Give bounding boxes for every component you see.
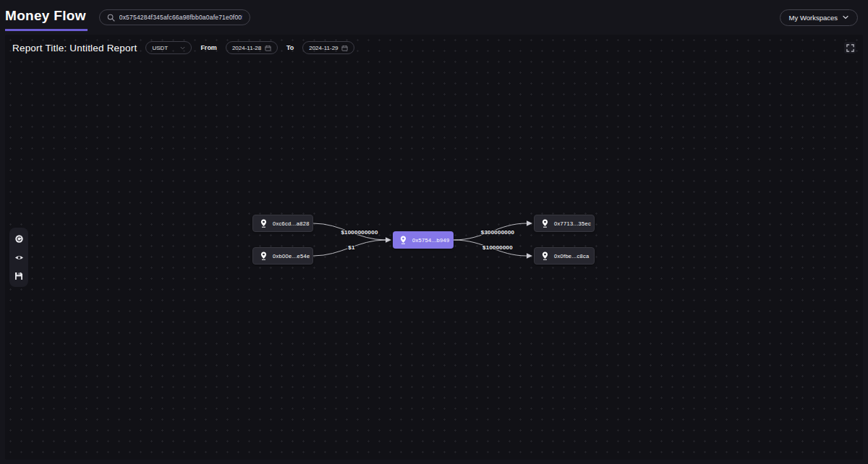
app-title: Money Flow	[5, 8, 88, 31]
to-label: To	[286, 44, 294, 51]
search-icon	[107, 14, 115, 22]
my-workspaces-button[interactable]: My Workspaces	[780, 9, 858, 26]
edge-amount-label: $10000000	[482, 244, 513, 251]
canvas-tools-panel	[9, 228, 28, 287]
visibility-button[interactable]	[14, 252, 24, 262]
report-title: Report Title: Untitled Report	[12, 43, 137, 53]
edge-source-top	[313, 223, 386, 240]
from-date-value: 2024-11-28	[232, 45, 261, 51]
address-node-label: 0x7713...35ec	[554, 220, 591, 227]
location-pin-icon	[541, 252, 549, 260]
graph-toolbar: Report Title: Untitled Report USDT From …	[12, 41, 354, 54]
chevron-down-icon	[843, 15, 848, 20]
search-input[interactable]	[119, 14, 242, 21]
reset-view-button[interactable]	[14, 233, 24, 244]
graph-canvas[interactable]: Report Title: Untitled Report USDT From …	[5, 35, 863, 460]
location-pin-icon	[399, 236, 407, 244]
address-node-label: 0x0fbe...c8ca	[554, 253, 590, 259]
refresh-icon	[14, 234, 24, 244]
edge-amount-label: $1000000000	[341, 229, 378, 236]
edge-target-bottom	[454, 240, 527, 256]
save-button[interactable]	[14, 271, 24, 281]
location-pin-icon	[260, 252, 268, 260]
address-node-label: 0x5754...b949	[412, 237, 449, 244]
currency-select[interactable]: USDT	[145, 41, 192, 54]
address-node-target-top[interactable]: 0x7713...35ec	[534, 215, 595, 232]
address-node-label: 0xb00e...e54e	[273, 253, 310, 259]
my-workspaces-label: My Workspaces	[789, 14, 838, 22]
save-icon	[14, 272, 23, 280]
to-date-value: 2024-11-29	[309, 45, 338, 51]
address-node-target-bottom[interactable]: 0x0fbe...c8ca	[534, 247, 595, 265]
calendar-icon	[265, 45, 271, 51]
arrowhead-icon	[386, 237, 391, 243]
edge-source-bottom	[313, 240, 386, 256]
chevron-down-icon	[180, 46, 185, 50]
location-pin-icon	[541, 219, 549, 228]
eye-icon	[14, 253, 24, 262]
edge-amount-label: $1	[348, 244, 355, 251]
address-node-source-top[interactable]: 0xc6cd...a828	[252, 215, 313, 232]
currency-value: USDT	[152, 45, 168, 51]
arrowhead-icon	[527, 253, 532, 259]
from-label: From	[200, 44, 217, 51]
fullscreen-icon	[846, 44, 854, 52]
arrowhead-icon	[527, 220, 532, 226]
address-node-center[interactable]: 0x5754...b949	[393, 231, 454, 249]
location-pin-icon	[260, 219, 268, 228]
to-date-input[interactable]: 2024-11-29	[302, 41, 354, 54]
edge-target-top	[454, 223, 527, 240]
calendar-icon	[341, 45, 348, 51]
search-bar[interactable]	[99, 9, 250, 25]
fullscreen-button[interactable]	[844, 42, 856, 53]
app-header: Money Flow My Workspaces	[0, 0, 868, 35]
address-node-label: 0xc6cd...a828	[273, 220, 310, 227]
from-date-input[interactable]: 2024-11-28	[226, 41, 278, 54]
edge-amount-label: $300000000	[481, 229, 515, 236]
address-node-source-bottom[interactable]: 0xb00e...e54e	[252, 247, 313, 265]
